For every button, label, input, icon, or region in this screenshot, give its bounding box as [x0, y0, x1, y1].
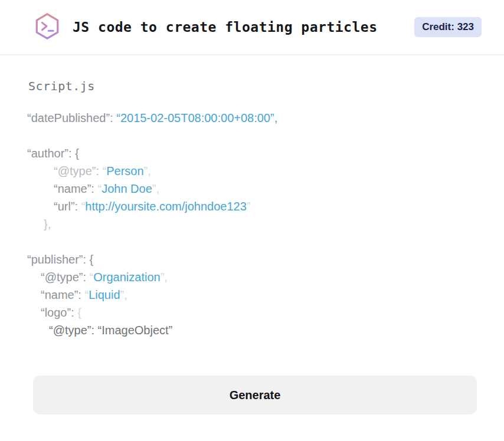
code-token: ,: [148, 164, 151, 177]
code-token: :: [78, 288, 84, 301]
code-token: “publisher”: [27, 253, 83, 266]
code-token: “name”: [54, 182, 91, 195]
main-content: Script.js “datePublished”: “2015-02-05T0…: [0, 55, 504, 339]
code-line: “publisher”: {: [27, 251, 480, 268]
code-token: Liquid: [89, 288, 120, 301]
code-token: :: [71, 306, 77, 319]
code-token: :: [96, 164, 102, 177]
code-token: :: [110, 111, 116, 124]
code-token: http://yoursite.com/johndoe123: [85, 200, 247, 213]
code-token: “@type”: “ImageObject”: [49, 324, 172, 337]
code-token: Organization: [93, 271, 160, 284]
code-token: “@type”: [41, 271, 83, 284]
footer: Generate: [0, 376, 504, 414]
code-token: : {: [68, 147, 79, 160]
code-line: “name”: “John Doe”,: [27, 180, 480, 198]
terminal-hexagon-icon: [34, 12, 61, 42]
code-line: [27, 127, 480, 144]
code-line: “@type”: “Organization”,: [27, 268, 480, 286]
code-token: “name”: [41, 288, 78, 301]
header: JS code to create floating particles Cre…: [0, 0, 504, 55]
code-token: John Doe: [102, 182, 152, 195]
code-token: “logo”: [41, 306, 71, 319]
code-token: “url”: [54, 200, 75, 213]
code-token: “@type”: [54, 164, 96, 177]
generate-button[interactable]: Generate: [33, 376, 477, 414]
code-token: ”: [247, 200, 251, 213]
code-line: [27, 233, 480, 251]
code-line: “logo”: {: [27, 304, 480, 321]
code-line: “@type”: “Person”,: [27, 162, 480, 180]
code-token: : {: [83, 253, 93, 266]
code-output: “datePublished”: “2015-02-05T08:00:00+08…: [27, 109, 480, 339]
code-token: “2015-02-05T08:00:00+08:00”,: [116, 111, 277, 124]
credit-badge: Credit: 323: [414, 17, 482, 37]
code-line: “url”: “http://yoursite.com/johndoe123”: [27, 198, 480, 215]
code-token: ,: [124, 288, 127, 301]
app-window: JS code to create floating particles Cre…: [0, 0, 504, 441]
code-token: “datePublished”: [27, 111, 110, 124]
code-token: Person: [106, 164, 143, 177]
code-line: “name”: “Liquid”,: [27, 286, 480, 304]
code-line: },: [27, 215, 480, 233]
code-line: “@type”: “ImageObject”: [27, 321, 480, 339]
file-title: Script.js: [28, 79, 480, 93]
code-line: “datePublished”: “2015-02-05T08:00:00+08…: [27, 109, 480, 127]
code-token: “author”: [27, 147, 68, 160]
code-token: {: [77, 306, 81, 319]
code-token: :: [83, 271, 89, 284]
code-token: ,: [156, 182, 159, 195]
code-token: :: [75, 200, 81, 213]
page-title: JS code to create floating particles: [73, 19, 414, 35]
code-token: ,: [164, 271, 168, 284]
code-line: “author”: {: [27, 144, 480, 162]
code-token: :: [91, 182, 97, 195]
code-token: },: [44, 218, 51, 231]
